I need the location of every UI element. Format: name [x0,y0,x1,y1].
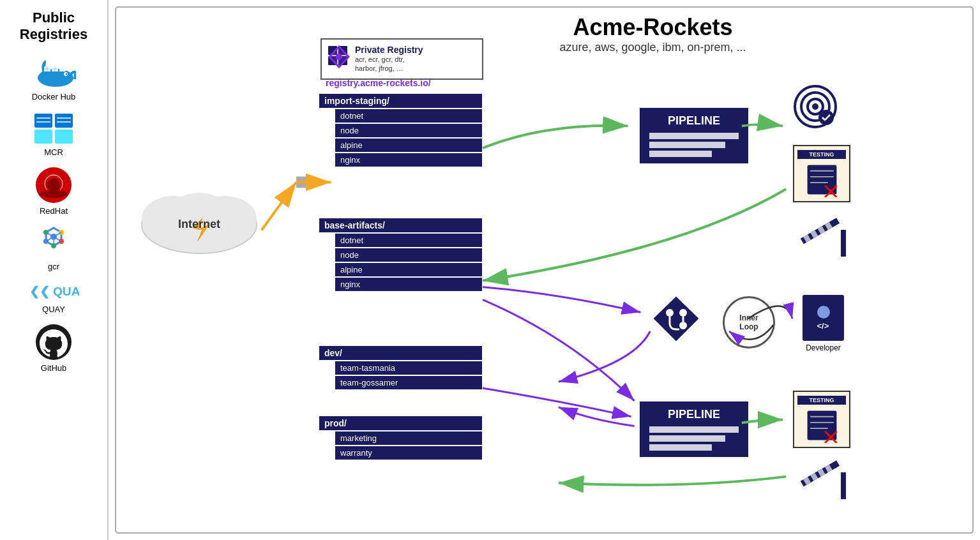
testing-top-icon [804,162,840,197]
quay-label: QUAY [42,304,65,314]
mcr-label: MCR [44,147,63,157]
developer-icon: </> [803,295,844,341]
ns-is-alpine: alpine [335,139,482,152]
internet-cloud-svg: Internet [129,180,269,282]
target-icon [793,84,838,129]
testing-bottom-icon [804,408,840,443]
sidebar-item-docker-hub: Docker Hub [31,55,76,101]
developer-label: Developer [806,343,841,352]
redhat-label: RedHat [40,206,68,216]
developer-code: </> [817,321,830,331]
private-registry-subtext: acr, ecr, gcr, dtr, harbor, jfrog, … [355,55,423,73]
svg-point-56 [818,110,834,125]
svg-point-55 [812,103,818,110]
barrier-top [799,212,850,257]
namespace-base-artifacts: base-artifacts/ dotnet node alpine nginx [319,218,482,292]
sidebar-item-github: GitHub [34,323,73,373]
svg-rect-6 [59,66,66,71]
testing-top-label: TESTING [797,150,846,159]
ns-dev-label: dev/ [319,346,482,360]
svg-rect-16 [55,130,73,144]
ns-is-node: node [335,124,482,137]
github-label: GitHub [41,363,66,373]
ns-ba-node: node [335,248,482,262]
svg-text:Internet: Internet [178,218,220,230]
sidebar-item-gcr: gcr [34,225,73,271]
github-icon [34,323,73,361]
barrier-bottom-icon [799,454,850,499]
svg-point-71 [666,309,674,317]
ns-ba-nginx: nginx [335,278,482,291]
pipeline-top: PIPELINE [640,100,748,170]
svg-point-25 [47,178,60,192]
svg-point-3 [66,73,68,75]
ns-prod-label: prod/ [319,416,482,430]
docker-hub-label: Docker Hub [32,92,76,101]
sidebar-title: Public Registries [20,10,87,43]
pipeline-top-box: PIPELINE [640,108,748,163]
gcr-label: gcr [48,262,59,271]
main-area: Acme-Rockets azure, aws, google, ibm, on… [109,0,980,540]
pipeline-top-label: PIPELINE [668,114,720,128]
svg-rect-15 [34,130,52,144]
ns-is-nginx: nginx [335,153,482,167]
svg-rect-91 [296,177,308,188]
private-registry-text: Private Registry acr, ecr, gcr, dtr, har… [355,45,423,73]
redhat-icon [34,166,73,204]
svg-rect-7 [48,61,54,66]
private-registry-title: Private Registry [355,45,423,55]
ns-base-artifacts-label: base-artifacts/ [319,218,482,232]
quay-icon: ❮❮ QUAY [28,280,79,303]
svg-text:❮❮ QUAY: ❮❮ QUAY [29,285,79,299]
target-area [793,84,838,129]
barrier-top-icon [799,212,850,257]
registry-url: registry.acme-rockets.io/ [326,78,431,88]
svg-rect-86 [841,472,846,499]
internet-area: Internet [129,180,269,282]
svg-point-51 [336,54,342,60]
svg-rect-14 [55,114,73,128]
testing-bottom-label: TESTING [797,396,846,405]
svg-rect-69 [841,230,846,257]
ns-dev-gossamer: team-gossamer [335,376,482,389]
svg-rect-13 [34,114,52,128]
sidebar: Public Registries Docker [0,0,109,540]
ns-prod-marketing: marketing [335,431,482,445]
testing-bottom: TESTING [793,391,850,448]
namespace-dev: dev/ team-tasmania team-gossamer [319,346,482,391]
sidebar-item-redhat: RedHat [34,166,73,216]
private-registry-header: Private Registry acr, ecr, gcr, dtr, har… [320,38,483,80]
developer-area: </> Developer [803,295,844,352]
pipeline-bottom: PIPELINE [640,394,748,464]
ns-prod-warranty: warranty [335,446,482,460]
svg-point-73 [679,309,687,317]
ns-dev-tasmania: team-tasmania [335,361,482,375]
pipeline-bottom-label: PIPELINE [668,408,720,421]
private-registry-icon [327,45,351,69]
namespace-import-staging: import-staging/ dotnet node alpine nginx [319,94,482,168]
svg-point-72 [679,322,687,329]
mcr-icon [31,110,76,146]
svg-rect-8 [56,61,62,66]
docker-icon [31,55,76,90]
ns-ba-alpine: alpine [335,263,482,276]
acme-title: Acme-Rockets [340,14,966,41]
ns-ba-dotnet: dotnet [335,234,482,247]
namespace-prod: prod/ marketing warranty [319,416,482,461]
ns-import-staging-label: import-staging/ [319,94,482,108]
git-icon [652,295,700,343]
gcr-icon [34,225,73,260]
git-icon-area [652,295,700,343]
inner-loop: Inner Loop [723,296,775,349]
sidebar-item-mcr: MCR [31,110,76,157]
svg-marker-70 [654,297,698,340]
pipeline-bottom-box: PIPELINE [640,401,748,457]
ns-is-dotnet: dotnet [335,109,482,123]
sidebar-item-quay: ❮❮ QUAY QUAY [28,280,79,314]
testing-top: TESTING [793,145,850,202]
main-border-box: Acme-Rockets azure, aws, google, ibm, on… [115,6,974,534]
inner-loop-label: Inner Loop [739,313,758,331]
barrier-bottom [799,454,850,499]
